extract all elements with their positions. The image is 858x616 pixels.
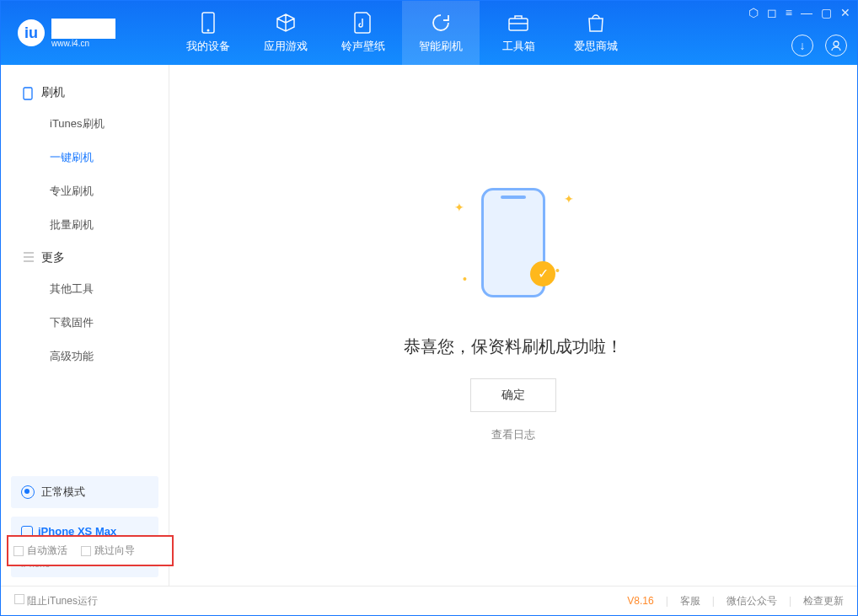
tab-apps[interactable]: 应用游戏 [247, 1, 324, 65]
refresh-shield-icon [430, 12, 452, 34]
phone-small-icon [23, 87, 35, 99]
mode-card[interactable]: 正常模式 [11, 476, 158, 508]
window-controls: ⬡ ◻ ≡ — ▢ ✕ [748, 6, 850, 19]
maximize-icon[interactable]: ▢ [821, 6, 832, 19]
tab-label: 工具箱 [502, 39, 535, 54]
toolbox-icon [507, 12, 529, 34]
header-bar: iu 爱思助手 www.i4.cn 我的设备 应用游戏 铃声壁纸 智能刷机 工具… [1, 1, 857, 65]
sidebar-item-firmware[interactable]: 下载固件 [1, 306, 169, 340]
version-label: V8.16 [627, 595, 653, 607]
app-site: www.i4.cn [51, 39, 115, 48]
tab-label: 应用游戏 [264, 39, 308, 54]
checkbox-skip-guide[interactable]: 跳过向导 [81, 544, 135, 558]
user-icon[interactable] [825, 35, 847, 56]
sidebar-item-itunes[interactable]: iTunes刷机 [1, 107, 169, 141]
svg-point-1 [207, 29, 210, 32]
sidebar-item-advanced[interactable]: 高级功能 [1, 340, 169, 373]
checkbox-auto-activate[interactable]: 自动激活 [13, 544, 67, 558]
download-icon[interactable]: ↓ [791, 35, 813, 56]
list-icon [23, 252, 35, 264]
header-actions: ↓ [791, 35, 847, 56]
app-name: 爱思助手 [51, 19, 115, 39]
tab-device[interactable]: 我的设备 [169, 1, 247, 65]
sidebar-item-oneclick[interactable]: 一键刷机 [1, 141, 169, 174]
menu-icon[interactable]: ≡ [786, 6, 792, 19]
success-message: 恭喜您，保资料刷机成功啦！ [404, 335, 623, 358]
footer-link-update[interactable]: 检查更新 [803, 594, 844, 608]
checkmark-badge-icon: ✓ [530, 261, 555, 287]
tab-label: 铃声壁纸 [341, 39, 385, 54]
checkbox-icon [13, 546, 24, 556]
logo-area[interactable]: iu 爱思助手 www.i4.cn [1, 19, 169, 48]
phone-icon [197, 12, 219, 34]
cube-icon [275, 12, 297, 34]
sparkle-icon: • [463, 272, 471, 281]
group-title: 刷机 [41, 85, 65, 100]
tab-store[interactable]: 爱思商城 [557, 1, 635, 65]
svg-point-3 [834, 41, 839, 46]
highlighted-options: 自动激活 跳过向导 [7, 535, 174, 566]
success-illustration: ✦ ✦ • • ✓ [421, 175, 606, 310]
tab-toolbox[interactable]: 工具箱 [480, 1, 557, 65]
logo-text: 爱思助手 www.i4.cn [51, 19, 115, 48]
checkbox-icon [81, 546, 91, 556]
footer-link-wechat[interactable]: 微信公众号 [727, 594, 777, 608]
close-icon[interactable]: ✕ [840, 6, 850, 19]
tab-label: 爱思商城 [574, 39, 618, 54]
feedback-icon[interactable]: ◻ [767, 6, 777, 19]
footer-link-support[interactable]: 客服 [680, 594, 700, 608]
ok-button[interactable]: 确定 [470, 378, 556, 412]
mode-label: 正常模式 [41, 485, 85, 500]
checkbox-stop-itunes[interactable]: 阻止iTunes运行 [14, 594, 98, 608]
view-log-link[interactable]: 查看日志 [491, 427, 535, 442]
tab-label: 我的设备 [186, 39, 230, 54]
tab-label: 智能刷机 [419, 39, 463, 54]
sidebar: 刷机 iTunes刷机 一键刷机 专业刷机 批量刷机 更多 其他工具 下载固件 … [1, 65, 169, 586]
sparkle-icon: • [555, 264, 564, 272]
group-title: 更多 [41, 250, 65, 265]
tab-flash[interactable]: 智能刷机 [402, 1, 480, 65]
footer-bar: 阻止iTunes运行 V8.16 | 客服 | 微信公众号 | 检查更新 [1, 586, 857, 615]
svg-rect-4 [24, 88, 32, 99]
svg-rect-2 [509, 19, 528, 30]
main-tabs: 我的设备 应用游戏 铃声壁纸 智能刷机 工具箱 爱思商城 [169, 1, 635, 65]
logo-icon: iu [18, 19, 45, 46]
sidebar-group-more: 更多 [1, 242, 169, 272]
sidebar-item-other[interactable]: 其他工具 [1, 272, 169, 306]
checkbox-icon [14, 594, 24, 604]
shopping-bag-icon [585, 12, 607, 34]
mode-status-icon [21, 485, 35, 499]
sparkle-icon: ✦ [454, 201, 463, 209]
sparkle-icon: ✦ [564, 192, 572, 201]
tshirt-icon[interactable]: ⬡ [748, 6, 759, 19]
main-content: ✦ ✦ • • ✓ 恭喜您，保资料刷机成功啦！ 确定 查看日志 [169, 65, 857, 586]
sidebar-item-pro[interactable]: 专业刷机 [1, 174, 169, 208]
tab-ringtone[interactable]: 铃声壁纸 [324, 1, 402, 65]
sidebar-item-batch[interactable]: 批量刷机 [1, 208, 169, 242]
music-file-icon [352, 12, 374, 34]
sidebar-group-flash: 刷机 [1, 77, 169, 107]
minimize-icon[interactable]: — [801, 6, 812, 19]
